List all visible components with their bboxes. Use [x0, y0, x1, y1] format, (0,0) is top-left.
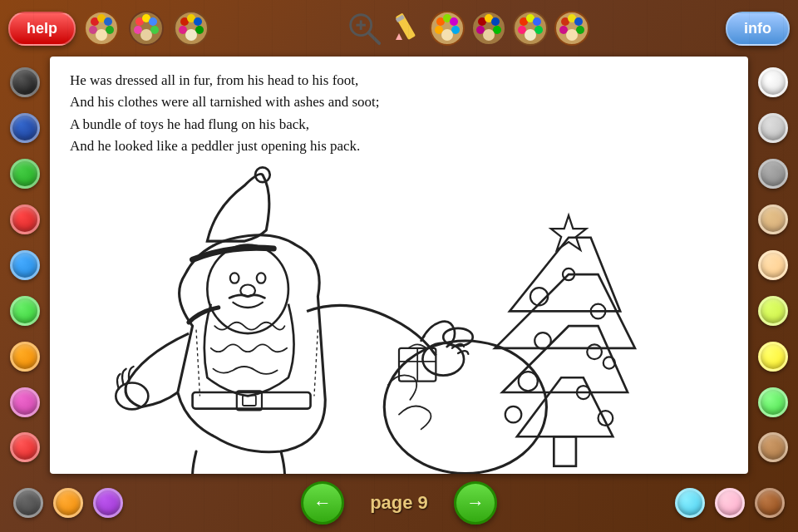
info-button[interactable]: info [726, 12, 790, 46]
color-dark-blue[interactable] [7, 110, 43, 146]
svg-point-48 [525, 29, 536, 41]
next-arrow-icon: → [466, 492, 485, 514]
bottom-center: ← page 9 → [301, 481, 497, 525]
page-label: page 9 [357, 492, 441, 514]
svg-point-34 [441, 29, 453, 41]
svg-point-10 [149, 17, 157, 26]
palette-icon-2[interactable] [127, 9, 165, 47]
color-bottom-brown[interactable] [751, 485, 788, 521]
color-green[interactable] [7, 155, 43, 192]
toolbar: help [0, 0, 798, 57]
svg-marker-26 [396, 33, 402, 40]
color-bottom-pink[interactable] [712, 485, 748, 521]
toolbar-right: info [726, 12, 790, 46]
pencil-tool[interactable] [387, 9, 425, 47]
svg-point-3 [104, 17, 112, 26]
palette-icon-7[interactable] [553, 9, 591, 47]
svg-point-52 [574, 17, 583, 26]
prev-arrow-icon: ← [313, 492, 332, 514]
palette-icon-3[interactable] [172, 9, 210, 47]
palette-right [751, 57, 795, 474]
main-area: He was dressed all in fur, from his head… [0, 57, 798, 474]
toolbar-center [345, 9, 591, 47]
next-button[interactable]: → [454, 481, 497, 525]
color-light-orange[interactable] [755, 247, 791, 283]
color-tan[interactable] [755, 201, 791, 238]
color-yellow-green[interactable] [755, 293, 791, 329]
bottom-palettes-right [672, 485, 788, 521]
svg-point-55 [566, 29, 578, 41]
bottom-palettes-left [10, 485, 126, 521]
drawing-area[interactable] [50, 164, 748, 474]
svg-point-17 [194, 17, 202, 26]
color-black[interactable] [7, 64, 43, 101]
color-bright-green2[interactable] [755, 384, 791, 421]
app-container: help [0, 0, 798, 532]
svg-point-20 [185, 29, 197, 41]
help-button[interactable]: help [8, 12, 76, 46]
poem-text: He was dressed all in fur, from his head… [50, 57, 748, 164]
zoom-tool[interactable] [345, 9, 383, 47]
svg-point-6 [96, 29, 107, 41]
color-bright-yellow[interactable] [755, 338, 791, 375]
svg-point-41 [483, 29, 495, 41]
color-pink-magenta[interactable] [7, 384, 43, 421]
poem-line3: A bundle of toys he had flung on his bac… [70, 116, 309, 132]
color-gray[interactable] [755, 155, 791, 192]
palette-icon-1[interactable] [82, 9, 121, 47]
color-red[interactable] [7, 201, 43, 238]
poem-line2: And his clothes were all tarnished with … [70, 94, 380, 110]
color-white[interactable] [755, 64, 791, 101]
toolbar-left: help [8, 9, 210, 47]
palette-icon-4[interactable] [428, 9, 466, 47]
color-bright-blue[interactable] [7, 247, 43, 283]
color-orange[interactable] [7, 338, 43, 375]
color-bottom-orange[interactable] [50, 485, 86, 521]
bottom-bar: ← page 9 → [0, 474, 798, 532]
color-bright-green[interactable] [7, 293, 43, 329]
color-light-gray[interactable] [755, 110, 791, 146]
svg-point-45 [533, 17, 541, 26]
prev-button[interactable]: ← [301, 481, 344, 525]
color-red2[interactable] [7, 429, 43, 466]
palette-icon-6[interactable] [511, 9, 549, 47]
svg-point-31 [450, 17, 458, 26]
poem-line4: And he looked like a peddler just openin… [70, 138, 360, 154]
color-bottom-cyan[interactable] [672, 485, 708, 521]
svg-point-13 [140, 29, 152, 41]
svg-line-22 [369, 33, 379, 43]
color-brown-tan[interactable] [755, 429, 791, 466]
svg-point-38 [491, 17, 500, 26]
coloring-page: He was dressed all in fur, from his head… [50, 57, 748, 474]
palette-icon-5[interactable] [470, 9, 508, 47]
color-bottom-dark-gray[interactable] [10, 485, 47, 521]
palette-left [3, 57, 47, 474]
color-bottom-purple[interactable] [90, 485, 126, 521]
poem-line1: He was dressed all in fur, from his head… [70, 72, 358, 88]
